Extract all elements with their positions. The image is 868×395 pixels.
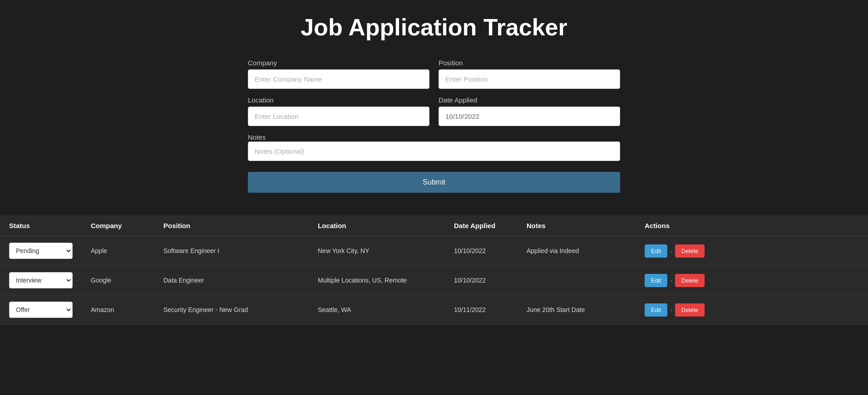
status-select[interactable]: PendingInterviewOfferRejected — [9, 272, 73, 288]
location-cell: New York City, NY — [318, 247, 454, 254]
date-applied-input[interactable] — [439, 107, 620, 126]
action-separator: - — [670, 277, 672, 284]
delete-button[interactable]: Delete — [675, 244, 705, 258]
location-cell: Seattle, WA — [318, 306, 454, 313]
form-row-location-date: Location Date Applied — [248, 96, 620, 126]
company-cell: Apple — [91, 247, 163, 254]
table-header: Status Company Position Location Date Ap… — [0, 215, 868, 236]
action-separator: - — [670, 307, 672, 313]
header-position: Position — [163, 222, 318, 229]
position-cell: Software Engineer I — [163, 247, 318, 254]
form-group-position: Position — [439, 59, 620, 89]
form-group-company: Company — [248, 59, 429, 89]
table-row: PendingInterviewOfferRejectedGoogleData … — [0, 266, 868, 295]
company-cell: Google — [91, 277, 163, 284]
date-applied-label: Date Applied — [439, 96, 620, 104]
location-input[interactable] — [248, 107, 429, 126]
header-company: Company — [91, 222, 163, 229]
location-cell: Multiple Locations, US, Remote — [318, 277, 454, 284]
form-row-company-position: Company Position — [248, 59, 620, 89]
edit-button[interactable]: Edit — [645, 303, 667, 317]
notes-input[interactable] — [248, 141, 620, 161]
company-cell: Amazon — [91, 306, 163, 313]
date-applied-cell: 10/11/2022 — [454, 306, 527, 313]
notes-label: Notes — [248, 133, 266, 141]
notes-cell: June 20th Start Date — [527, 306, 645, 313]
header-date-applied: Date Applied — [454, 222, 527, 229]
status-cell: PendingInterviewOfferRejected — [9, 243, 91, 259]
header-status: Status — [9, 222, 91, 229]
location-label: Location — [248, 96, 429, 104]
table-row: PendingInterviewOfferRejectedAppleSoftwa… — [0, 236, 868, 266]
status-select[interactable]: PendingInterviewOfferRejected — [9, 302, 73, 318]
delete-button[interactable]: Delete — [675, 303, 705, 317]
form-section: Company Position Location Date Applied N… — [248, 50, 620, 202]
status-select[interactable]: PendingInterviewOfferRejected — [9, 243, 73, 259]
form-group-date-applied: Date Applied — [439, 96, 620, 126]
table-row: PendingInterviewOfferRejectedAmazonSecur… — [0, 295, 868, 325]
position-cell: Data Engineer — [163, 277, 318, 284]
actions-cell: Edit - Delete — [645, 244, 735, 258]
company-label: Company — [248, 59, 429, 67]
header-location: Location — [318, 222, 454, 229]
actions-cell: Edit - Delete — [645, 303, 735, 317]
notes-cell: Applied via Indeed — [527, 247, 645, 254]
table-rows-container: PendingInterviewOfferRejectedAppleSoftwa… — [0, 236, 868, 325]
date-applied-cell: 10/10/2022 — [454, 277, 527, 284]
status-cell: PendingInterviewOfferRejected — [9, 272, 91, 288]
actions-cell: Edit - Delete — [645, 274, 735, 287]
header-actions: Actions — [645, 222, 735, 229]
status-cell: PendingInterviewOfferRejected — [9, 302, 91, 318]
form-row-notes: Notes — [248, 133, 620, 161]
position-cell: Security Engineer - New Grad — [163, 306, 318, 313]
edit-button[interactable]: Edit — [645, 244, 667, 258]
page-header: Job Application Tracker — [0, 0, 868, 50]
edit-button[interactable]: Edit — [645, 274, 667, 287]
position-input[interactable] — [439, 69, 620, 89]
page-title: Job Application Tracker — [0, 14, 868, 41]
position-label: Position — [439, 59, 620, 67]
header-notes: Notes — [527, 222, 645, 229]
delete-button[interactable]: Delete — [675, 274, 705, 287]
table-section: Status Company Position Location Date Ap… — [0, 215, 868, 325]
submit-button[interactable]: Submit — [248, 172, 620, 193]
date-applied-cell: 10/10/2022 — [454, 247, 527, 254]
form-group-location: Location — [248, 96, 429, 126]
action-separator: - — [670, 248, 672, 254]
company-input[interactable] — [248, 69, 429, 89]
